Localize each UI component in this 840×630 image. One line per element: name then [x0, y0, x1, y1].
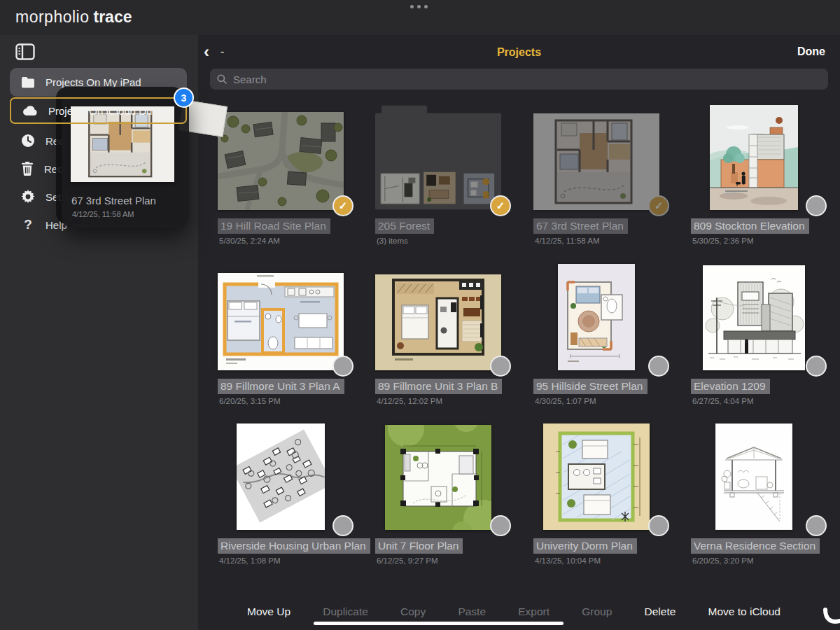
move-to-icloud-button[interactable]: Move to iCloud [708, 606, 780, 618]
project-date: 4/12/25, 1:08 PM [218, 556, 344, 565]
project-thumbnail [375, 274, 501, 370]
group-button[interactable]: Group [582, 606, 612, 618]
move-up-button[interactable]: Move Up [247, 606, 290, 618]
drag-count-badge: 3 [174, 88, 194, 108]
project-thumbnail [385, 425, 491, 530]
project-thumbnail [710, 105, 798, 210]
pen-swoosh-icon [823, 608, 840, 627]
selection-check-icon[interactable] [648, 195, 669, 216]
selection-check-icon[interactable] [490, 195, 511, 216]
project-tile[interactable]: 89 Fillmore Unit 3 Plan B 4/12/25, 12:02… [375, 264, 501, 405]
app-window: morpholiotrace Projects On My iPad Proje… [0, 0, 840, 630]
project-tile[interactable]: Unit 7 Floor Plan 6/12/25, 9:27 PM [375, 424, 501, 565]
project-title: 67 3rd Street Plan [533, 218, 628, 234]
project-date: 6/20/25, 3:15 PM [218, 397, 344, 405]
logo-morpholio: morpholio [15, 8, 90, 26]
selection-circle[interactable] [806, 356, 827, 377]
project-date: 4/13/25, 10:04 PM [533, 556, 659, 565]
projects-panel: ‹ - Projects Done [198, 35, 840, 630]
export-button[interactable]: Export [518, 606, 550, 618]
project-title: 89 Fillmore Unit 3 Plan B [375, 379, 502, 394]
folder-thumbnail [375, 105, 501, 210]
project-tile[interactable]: 89 Fillmore Unit 3 Plan A 6/20/25, 3:15 … [218, 264, 344, 405]
project-title: 89 Fillmore Unit 3 Plan A [218, 379, 344, 394]
sidebar-item-label: Projects On iCloud Drive [48, 105, 163, 117]
project-title: 205 Forest [375, 218, 434, 234]
project-title: Univerity Dorm Plan [533, 538, 637, 554]
drag-date: 4/12/25, 11:58 AM [72, 210, 134, 218]
project-thumbnail [703, 265, 805, 370]
project-date: 6/27/25, 4:04 PM [691, 397, 817, 405]
logo-trace: trace [94, 8, 132, 26]
project-title: Riverside Housing Urban Plan [218, 538, 370, 554]
project-title: Unit 7 Floor Plan [375, 538, 463, 554]
project-folder-tile[interactable]: 205 Forest (3) items [375, 104, 501, 245]
project-thumbnail [558, 264, 635, 370]
drag-title: 67 3rd Street Plan [71, 195, 156, 206]
selection-circle[interactable] [806, 195, 827, 216]
delete-button[interactable]: Delete [645, 606, 676, 618]
project-tile[interactable]: 19 Hill Road Site Plan 5/30/25, 2:24 AM [218, 104, 344, 245]
bottom-toolbar: Move Up Duplicate Copy Paste Export Grou… [247, 606, 780, 618]
gear-icon [21, 190, 35, 204]
selection-circle[interactable] [490, 356, 511, 377]
app-logo: morpholiotrace [15, 8, 132, 27]
project-thumbnail [218, 112, 344, 210]
selection-circle[interactable] [490, 515, 511, 536]
project-date: 4/30/25, 1:07 PM [533, 397, 659, 405]
multitask-dots-icon[interactable] [410, 5, 428, 8]
project-title: 809 Stockton Elevation [691, 218, 809, 234]
done-button[interactable]: Done [797, 46, 825, 58]
project-title: 95 Hillside Street Plan [533, 379, 648, 394]
project-tile[interactable]: Elevation 1209 6/27/25, 4:04 PM [691, 264, 817, 405]
sidebar-item-projects-icloud[interactable]: Projects On iCloud Drive [10, 97, 187, 124]
sidebar-toggle-icon[interactable] [15, 43, 35, 60]
help-icon: ? [21, 217, 35, 232]
project-date: 6/12/25, 9:27 PM [375, 556, 501, 565]
project-title: Verna Residence Section [691, 538, 820, 554]
selection-circle[interactable] [332, 356, 354, 377]
project-date: 5/30/25, 2:24 AM [218, 237, 344, 245]
selection-circle[interactable] [806, 515, 827, 536]
project-thumbnail [533, 113, 659, 210]
cloud-icon [22, 106, 38, 116]
search-bar[interactable] [210, 69, 828, 90]
clock-icon [21, 134, 35, 148]
paste-button[interactable]: Paste [458, 606, 486, 618]
project-date: 5/30/25, 2:36 PM [691, 237, 817, 245]
project-thumbnail [218, 273, 344, 370]
selection-circle[interactable] [648, 515, 669, 536]
project-date: 4/12/25, 12:02 PM [375, 397, 501, 405]
project-date: 4/12/25, 11:58 AM [533, 237, 659, 245]
project-thumbnail [715, 424, 792, 530]
selection-check-icon[interactable] [332, 195, 354, 216]
project-tile[interactable]: 809 Stockton Elevation 5/30/25, 2:36 PM [691, 104, 817, 245]
project-tile[interactable]: 95 Hillside Street Plan 4/30/25, 1:07 PM [533, 264, 659, 405]
selection-circle[interactable] [332, 515, 354, 536]
project-tile[interactable]: Univerity Dorm Plan 4/13/25, 10:04 PM [533, 424, 659, 565]
project-tile[interactable]: Riverside Housing Urban Plan 4/12/25, 1:… [218, 424, 344, 565]
project-tile[interactable]: 67 3rd Street Plan 4/12/25, 11:58 AM [533, 104, 659, 245]
project-date: 6/20/25, 3:20 PM [691, 556, 817, 565]
duplicate-button[interactable]: Duplicate [323, 606, 368, 618]
project-count: (3) items [375, 237, 501, 245]
search-icon [217, 74, 227, 84]
search-input[interactable] [232, 73, 821, 86]
project-tile[interactable]: Verna Residence Section 6/20/25, 3:20 PM [691, 424, 817, 565]
project-title: 19 Hill Road Site Plan [218, 218, 330, 234]
page-title: Projects [198, 46, 840, 59]
project-thumbnail [543, 424, 650, 530]
home-indicator[interactable] [314, 622, 564, 625]
trash-icon [21, 162, 34, 176]
copy-button[interactable]: Copy [400, 606, 426, 618]
project-thumbnail [237, 424, 325, 530]
app-top-bar: morpholiotrace [0, 0, 840, 35]
selection-circle[interactable] [648, 356, 669, 377]
folder-icon [21, 76, 35, 88]
project-title: Elevation 1209 [691, 379, 770, 394]
